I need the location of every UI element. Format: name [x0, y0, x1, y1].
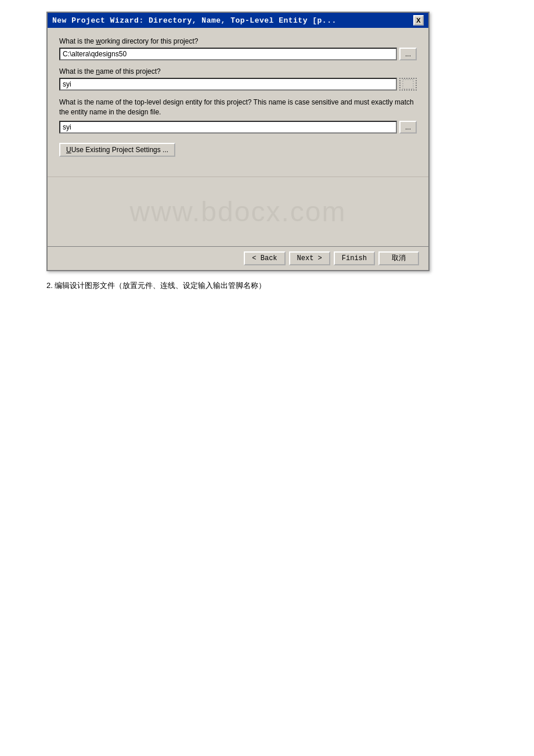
page-container: New Project Wizard: Directory, Name, Top… — [12, 12, 522, 291]
use-existing-project-settings-button[interactable]: UUse Existing Project Settings ... — [59, 143, 175, 157]
project-name-input[interactable] — [59, 78, 397, 91]
dialog-window: New Project Wizard: Directory, Name, Top… — [46, 12, 430, 271]
working-dir-label: What is the working directory for this p… — [59, 37, 417, 45]
top-level-entity-input[interactable] — [59, 121, 397, 134]
working-dir-row: ... — [59, 48, 417, 60]
project-name-section: What is the name of this project? — [59, 67, 417, 91]
close-button[interactable]: X — [413, 15, 424, 26]
dotted-icon — [402, 79, 414, 89]
watermark-area: www.bdocx.com — [48, 177, 428, 246]
below-dialog-text: 2. 编辑设计图形文件（放置元件、连线、设定输入输出管脚名称） — [46, 280, 266, 291]
working-dir-browse-button[interactable]: ... — [399, 48, 417, 60]
back-button[interactable]: < Back — [244, 251, 285, 265]
svg-rect-0 — [403, 80, 413, 89]
top-level-entity-row: ... — [59, 121, 417, 134]
watermark-text: www.bdocx.com — [130, 196, 347, 228]
title-bar: New Project Wizard: Directory, Name, Top… — [48, 13, 428, 28]
dialog-footer: < Back Next > Finish 取消 — [48, 246, 428, 270]
top-level-entity-section: What is the name of the top-level design… — [59, 98, 417, 134]
finish-button[interactable]: Finish — [334, 251, 375, 265]
cancel-button[interactable]: 取消 — [378, 251, 419, 265]
project-name-dotted-button[interactable] — [399, 78, 417, 91]
top-level-entity-description: What is the name of the top-level design… — [59, 98, 417, 117]
project-name-row — [59, 78, 417, 91]
dialog-content: What is the working directory for this p… — [48, 28, 428, 171]
next-button[interactable]: Next > — [289, 251, 330, 265]
top-level-entity-browse-button[interactable]: ... — [399, 121, 417, 134]
project-name-label: What is the name of this project? — [59, 67, 417, 75]
working-dir-section: What is the working directory for this p… — [59, 37, 417, 60]
dialog-title: New Project Wizard: Directory, Name, Top… — [52, 16, 413, 25]
use-existing-section: UUse Existing Project Settings ... — [59, 141, 417, 157]
working-dir-input[interactable] — [59, 48, 397, 60]
